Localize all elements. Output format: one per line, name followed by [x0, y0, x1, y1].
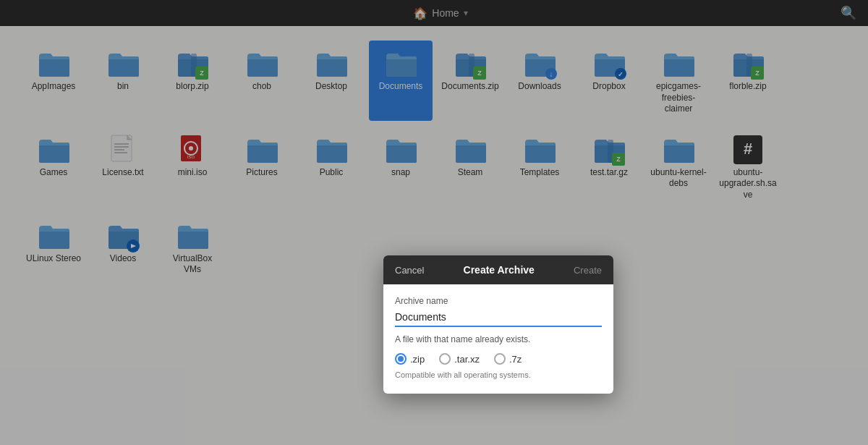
- format-tarxz-label: .tar.xz: [454, 354, 480, 365]
- format-zip[interactable]: .zip: [395, 353, 425, 365]
- cancel-button[interactable]: Cancel: [395, 265, 424, 276]
- create-button[interactable]: Create: [574, 265, 602, 276]
- format-7z-label: .7z: [509, 354, 522, 365]
- archive-name-label: Archive name: [395, 296, 602, 306]
- create-archive-dialog: Cancel Create Archive Create Archive nam…: [383, 255, 613, 394]
- format-zip-label: .zip: [410, 354, 425, 365]
- format-tarxz[interactable]: .tar.xz: [439, 353, 480, 365]
- radio-7z-circle: [494, 353, 506, 365]
- radio-zip-circle: [395, 353, 407, 365]
- archive-warning: A file with that name already exists.: [395, 334, 602, 344]
- radio-tarxz-circle: [439, 353, 451, 365]
- dialog-header: Cancel Create Archive Create: [383, 255, 613, 284]
- format-7z[interactable]: .7z: [494, 353, 522, 365]
- dialog-body: Archive name A file with that name alrea…: [383, 284, 613, 394]
- archive-name-input[interactable]: [395, 311, 602, 327]
- format-hint: Compatible with all operating systems.: [395, 370, 602, 379]
- dialog-title: Create Archive: [464, 264, 535, 276]
- format-radio-group: .zip .tar.xz .7z: [395, 353, 602, 365]
